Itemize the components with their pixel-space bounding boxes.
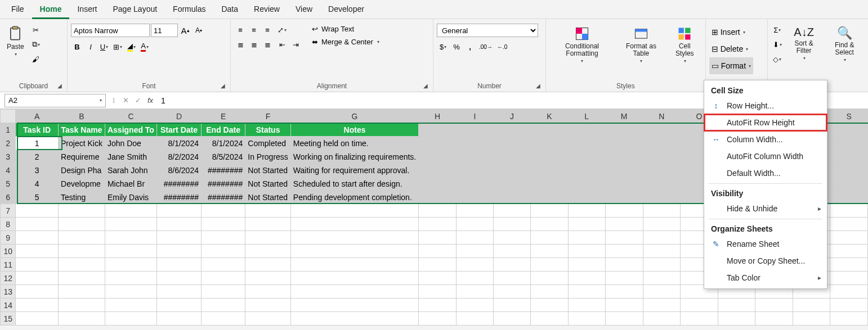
cell-A10[interactable] xyxy=(16,245,59,258)
cell-K1[interactable] xyxy=(531,123,568,137)
cell-E15[interactable] xyxy=(201,312,245,326)
cell-J1[interactable] xyxy=(493,123,530,137)
cell-S8[interactable] xyxy=(830,218,868,231)
cell-M11[interactable] xyxy=(605,258,643,272)
cell-H14[interactable] xyxy=(419,299,457,312)
cell-G11[interactable] xyxy=(290,258,418,272)
cell-J12[interactable] xyxy=(493,272,530,285)
cell-N8[interactable] xyxy=(643,218,681,231)
cell-H2[interactable] xyxy=(419,137,457,150)
enter-formula-button[interactable]: ✓ xyxy=(132,94,144,107)
cell-B5[interactable]: Developme xyxy=(59,177,105,191)
cell-K9[interactable] xyxy=(531,231,568,245)
cell-M7[interactable] xyxy=(605,204,643,218)
align-top-button[interactable]: ≡ xyxy=(234,24,247,36)
orientation-button[interactable]: ⤢▾ xyxy=(276,24,288,36)
cell-J13[interactable] xyxy=(493,285,530,299)
cell-J3[interactable] xyxy=(493,150,530,164)
row-header-11[interactable]: 11 xyxy=(1,258,16,272)
cell-M9[interactable] xyxy=(605,231,643,245)
cell-F2[interactable]: Completed xyxy=(245,137,291,150)
cell-S1[interactable] xyxy=(830,123,868,137)
cell-E7[interactable] xyxy=(201,204,245,218)
cell-B10[interactable] xyxy=(59,245,105,258)
format-menu-item-column-width[interactable]: ↔Column Width... xyxy=(704,131,827,148)
cell-F11[interactable] xyxy=(245,258,291,272)
cell-C13[interactable] xyxy=(105,285,156,299)
format-menu-item-hide-unhide[interactable]: Hide & Unhide▸ xyxy=(704,200,827,217)
cell-H13[interactable] xyxy=(419,285,457,299)
cell-S11[interactable] xyxy=(830,258,868,272)
cell-B12[interactable] xyxy=(59,272,105,285)
format-as-table-button[interactable]: Format as Table▾ xyxy=(617,24,665,66)
cell-S13[interactable] xyxy=(830,285,868,299)
column-header-S[interactable]: S xyxy=(830,110,868,123)
cell-L15[interactable] xyxy=(568,312,605,326)
font-color-button[interactable]: A▾ xyxy=(138,40,151,53)
cut-button[interactable]: ✂ xyxy=(30,24,42,36)
cell-B9[interactable] xyxy=(59,231,105,245)
row-header-4[interactable]: 4 xyxy=(1,164,16,177)
cell-S2[interactable] xyxy=(830,137,868,150)
menu-tab-insert[interactable]: Insert xyxy=(69,0,105,19)
cell-B7[interactable] xyxy=(59,204,105,218)
format-menu-item-autofit-row-height[interactable]: AutoFit Row Height xyxy=(704,114,827,131)
insert-cells-button[interactable]: ⊞ Insert▾ xyxy=(709,24,748,40)
font-name-input[interactable] xyxy=(71,24,150,37)
cell-A8[interactable] xyxy=(16,218,59,231)
cell-G15[interactable] xyxy=(290,312,418,326)
cell-N10[interactable] xyxy=(643,245,681,258)
cell-F10[interactable] xyxy=(245,245,291,258)
cell-I12[interactable] xyxy=(456,272,493,285)
format-painter-button[interactable]: 🖌 xyxy=(30,53,42,65)
cell-K13[interactable] xyxy=(531,285,568,299)
cell-J9[interactable] xyxy=(493,231,530,245)
cell-J7[interactable] xyxy=(493,204,530,218)
paste-button[interactable]: Paste ▾ xyxy=(3,24,28,59)
cell-C4[interactable]: Sarah John xyxy=(105,164,156,177)
format-menu-item-move-or-copy-sheet[interactable]: Move or Copy Sheet... xyxy=(704,252,827,269)
cell-N1[interactable] xyxy=(643,123,681,137)
column-header-N[interactable]: N xyxy=(643,110,681,123)
font-size-input[interactable] xyxy=(151,24,178,37)
cell-J6[interactable] xyxy=(493,191,530,204)
cell-B1[interactable]: Task Name xyxy=(59,123,105,137)
cell-I13[interactable] xyxy=(456,285,493,299)
cell-E6[interactable]: ######## xyxy=(201,191,245,204)
cell-K6[interactable] xyxy=(531,191,568,204)
cell-N14[interactable] xyxy=(643,299,681,312)
align-left-button[interactable]: ≣ xyxy=(234,38,247,51)
cell-C7[interactable] xyxy=(105,204,156,218)
cell-M10[interactable] xyxy=(605,245,643,258)
cell-I5[interactable] xyxy=(456,177,493,191)
cell-L4[interactable] xyxy=(568,164,605,177)
cell-C12[interactable] xyxy=(105,272,156,285)
decrease-font-button[interactable]: A▾ xyxy=(193,24,205,37)
menu-tab-developer[interactable]: Developer xyxy=(320,0,372,19)
row-header-10[interactable]: 10 xyxy=(1,245,16,258)
cell-A3[interactable]: 2 xyxy=(16,150,59,164)
row-header-3[interactable]: 3 xyxy=(1,150,16,164)
cell-I15[interactable] xyxy=(456,312,493,326)
cell-M5[interactable] xyxy=(605,177,643,191)
cell-H8[interactable] xyxy=(419,218,457,231)
cell-A12[interactable] xyxy=(16,272,59,285)
cell-I14[interactable] xyxy=(456,299,493,312)
cell-L7[interactable] xyxy=(568,204,605,218)
cell-D2[interactable]: 8/1/2024 xyxy=(156,137,201,150)
cell-I2[interactable] xyxy=(456,137,493,150)
align-right-button[interactable]: ≣ xyxy=(261,38,274,51)
cell-N9[interactable] xyxy=(643,231,681,245)
cell-F9[interactable] xyxy=(245,231,291,245)
cell-G1[interactable]: Notes xyxy=(290,123,418,137)
cell-B8[interactable] xyxy=(59,218,105,231)
column-header-F[interactable]: F xyxy=(245,110,291,123)
cell-L3[interactable] xyxy=(568,150,605,164)
cell-H15[interactable] xyxy=(419,312,457,326)
row-header-14[interactable]: 14 xyxy=(1,299,16,312)
cell-I8[interactable] xyxy=(456,218,493,231)
cell-L14[interactable] xyxy=(568,299,605,312)
cell-A7[interactable] xyxy=(16,204,59,218)
column-header-E[interactable]: E xyxy=(201,110,245,123)
percent-format-button[interactable]: % xyxy=(450,40,463,53)
